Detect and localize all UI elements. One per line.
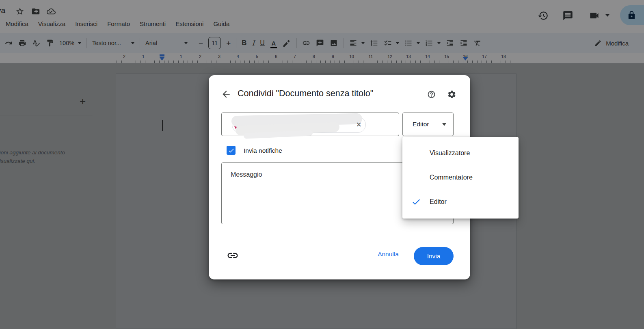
role-option-visualizzatore[interactable]: Visualizzatore <box>402 141 519 165</box>
recipients-input[interactable]: × <box>221 113 399 136</box>
chevron-down-icon <box>442 123 446 126</box>
copy-link-icon[interactable] <box>227 249 239 262</box>
check-icon <box>228 147 235 154</box>
back-arrow-icon[interactable] <box>221 89 231 100</box>
role-selector-button[interactable]: Editor <box>402 113 454 136</box>
role-option-editor[interactable]: Editor <box>402 190 519 214</box>
share-settings-gear-icon[interactable] <box>447 90 456 99</box>
share-dialog-title: Condividi "Documento senza titolo" <box>238 89 373 99</box>
selected-check-icon <box>411 197 421 207</box>
role-option-commentatore[interactable]: Commentatore <box>402 165 519 190</box>
cancel-button[interactable]: Annulla <box>370 251 406 258</box>
role-selector-value: Editor <box>413 121 429 128</box>
google-docs-window: va Modifica Visualizza Inserisci Formato <box>0 0 644 329</box>
help-icon[interactable] <box>427 90 436 99</box>
send-button[interactable]: Invia <box>414 247 454 265</box>
role-dropdown-menu: Visualizzatore Commentatore Editor <box>402 137 519 219</box>
remove-recipient-icon[interactable]: × <box>356 119 361 130</box>
notify-checkbox-label[interactable]: Invia notifiche <box>244 147 282 154</box>
notify-checkbox[interactable] <box>227 146 236 155</box>
recipient-chip[interactable]: × <box>232 117 366 133</box>
